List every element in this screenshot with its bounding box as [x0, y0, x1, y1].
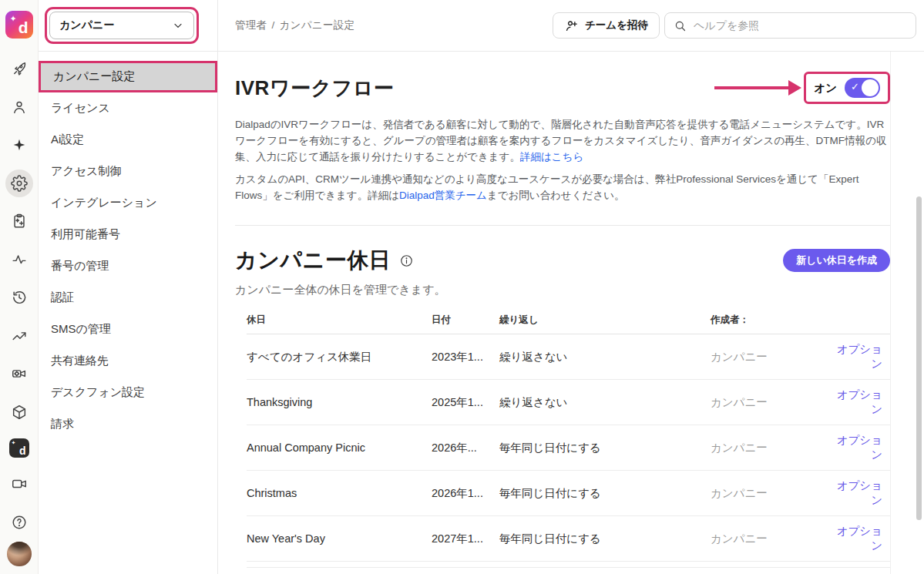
options-link[interactable]: オプション [837, 525, 882, 552]
invite-team-label: チームを招待 [585, 18, 648, 32]
clipboard-plus-icon[interactable] [5, 208, 33, 236]
tile-letter: d [19, 445, 26, 457]
col-header-creator: 作成者： [711, 314, 828, 327]
check-icon: ✓ [851, 81, 859, 92]
user-avatar[interactable] [7, 542, 32, 566]
sidebar-item-label: 利用可能番号 [51, 227, 120, 242]
col-header-repeat: 繰り返し [499, 314, 711, 327]
sidebar-item[interactable]: 請求 [39, 408, 217, 440]
package-icon[interactable] [5, 398, 33, 426]
holiday-table-header: 休日 日付 繰り返し 作成者： [247, 307, 890, 334]
options-link[interactable]: オプション [837, 434, 882, 461]
options-link[interactable]: オプション [837, 343, 882, 370]
info-icon[interactable] [399, 253, 414, 268]
ivr-title: IVRワークフロー [235, 75, 394, 102]
ivr-toggle[interactable]: ✓ [845, 78, 880, 98]
workspace-switcher[interactable]: カンパニー [49, 12, 194, 39]
sidebar-item-label: SMSの管理 [51, 322, 111, 337]
breadcrumb-item[interactable]: 管理者 [235, 19, 267, 31]
gear-icon[interactable] [5, 170, 33, 197]
holiday-name: Christmas [247, 487, 432, 499]
holiday-table-row: Annual Company Picnic 2026年... 毎年同じ日付にする… [247, 425, 890, 471]
holiday-repeat: 毎年同じ日付にする [499, 441, 711, 455]
holiday-action-cell: オプション [828, 342, 890, 371]
holiday-creator: カンパニー [711, 350, 828, 364]
help-search-input[interactable] [694, 19, 907, 32]
holiday-name: Annual Company Picnic [247, 441, 432, 454]
sidebar-item[interactable]: アクセス制御 [39, 156, 217, 187]
user-plus-icon [564, 18, 579, 33]
holiday-date: 2027年1... [432, 532, 499, 546]
video-camera-icon[interactable] [5, 470, 33, 498]
holiday-table-row: すべてのオフィス休業日 2023年1... 繰り返さない カンパニー オプション [247, 334, 890, 380]
sidebar-item[interactable]: カンパニー設定 [39, 61, 217, 92]
content-pane-edge [890, 52, 891, 574]
dialpad-app-icon[interactable]: ✦ d [9, 438, 29, 458]
sidebar-item-label: 請求 [51, 417, 74, 431]
ivr-toggle-highlight: オン ✓ [804, 72, 890, 104]
chevron-down-icon [172, 19, 184, 32]
sidebar-item[interactable]: Ai設定 [39, 124, 217, 156]
holiday-date: 2026年... [432, 441, 499, 455]
sidebar-item[interactable]: 利用可能番号 [39, 219, 217, 250]
scrollbar[interactable] [916, 196, 922, 520]
holiday-action-cell: オプション [828, 433, 890, 462]
holiday-creator: カンパニー [711, 441, 828, 455]
history-icon[interactable] [5, 284, 33, 312]
sidebar-item-label: Ai設定 [51, 133, 84, 147]
toggle-knob [862, 79, 879, 96]
sidebar-item[interactable]: ライセンス [39, 92, 217, 124]
sidebar-item[interactable]: インテグレーション [39, 187, 217, 219]
sidebar-item[interactable]: SMSの管理 [39, 314, 217, 345]
holiday-date: 2026年1... [432, 486, 499, 501]
holiday-date: 2023年1... [432, 350, 499, 364]
help-icon[interactable] [5, 509, 33, 536]
search-icon [674, 19, 687, 32]
topbar: 管理者/カンパニー設定 チームを招待 [218, 0, 924, 52]
holiday-name: New Year's Day [247, 532, 432, 545]
sidebar-item[interactable]: 共有連絡先 [39, 345, 217, 377]
sidebar-item-label: 共有連絡先 [51, 354, 109, 368]
options-link[interactable]: オプション [837, 388, 882, 415]
video-gear-icon[interactable] [5, 361, 33, 388]
breadcrumb-separator: / [271, 19, 274, 31]
sidebar-item[interactable]: 認証 [39, 282, 217, 314]
sidebar-item-label: インテグレーション [51, 196, 157, 210]
holiday-name: Thanksgiving [247, 396, 432, 408]
sales-team-link[interactable]: Dialpad営業チーム [399, 190, 487, 201]
holiday-action-cell: オプション [828, 524, 890, 553]
holiday-table-body: すべてのオフィス休業日 2023年1... 繰り返さない カンパニー オプション… [247, 334, 890, 562]
sidebar-item-label: 認証 [51, 290, 74, 305]
dialpad-logo[interactable]: ✦ d [5, 11, 33, 39]
ivr-section-header: IVRワークフロー オン ✓ [235, 72, 890, 104]
sidebar-item[interactable]: 番号の管理 [39, 250, 217, 282]
holidays-title: カンパニー休日 [235, 246, 391, 275]
learn-more-link[interactable]: 詳細はこちら [520, 151, 583, 163]
breadcrumb: 管理者/カンパニー設定 [235, 18, 354, 32]
sidebar-item-label: 番号の管理 [51, 259, 109, 274]
pulse-icon[interactable] [5, 246, 33, 274]
sidebar-item-label: アクセス制御 [51, 164, 121, 179]
annotation-arrow: オン ✓ [714, 72, 890, 104]
options-link[interactable]: オプション [837, 479, 882, 506]
breadcrumb-item: カンパニー設定 [279, 19, 354, 31]
sidebar-item-label: ライセンス [51, 101, 110, 116]
help-search [664, 12, 916, 39]
sidebar-header: カンパニー [39, 0, 217, 52]
holidays-section-header: カンパニー休日 新しい休日を作成 [235, 246, 890, 275]
holiday-creator: カンパニー [711, 532, 828, 546]
workspace-switcher-highlight: カンパニー [45, 7, 199, 44]
user-icon[interactable] [5, 93, 33, 121]
sidebar-item[interactable]: デスクフォン設定 [39, 377, 217, 408]
create-holiday-button[interactable]: 新しい休日を作成 [783, 249, 890, 272]
sparkle-ai-icon[interactable] [5, 132, 33, 159]
holiday-table-row: New Year's Day 2027年1... 毎年同じ日付にする カンパニー… [247, 516, 890, 562]
trending-up-icon[interactable] [5, 322, 33, 350]
invite-team-button[interactable]: チームを招待 [553, 12, 660, 39]
next-row-edge [247, 567, 890, 568]
rocket-icon[interactable] [5, 55, 33, 83]
sparkle-icon: ✦ [12, 440, 16, 446]
col-header-holiday: 休日 [247, 314, 432, 327]
holiday-repeat: 毎年同じ日付にする [499, 532, 711, 546]
ivr-description: DialpadのIVRワークフローは、発信者である顧客に対して動的で、階層化され… [235, 116, 890, 165]
